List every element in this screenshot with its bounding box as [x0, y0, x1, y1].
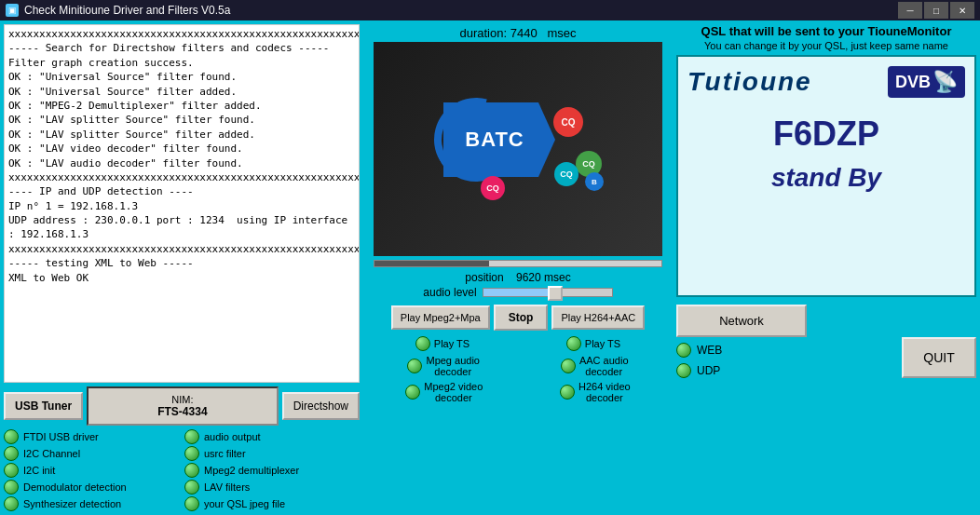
- decoder-row-2: Mpeg2 videodecoder H264 videodecoder: [367, 381, 669, 403]
- ts-label-2: Play TS: [585, 338, 620, 349]
- tutioune-text: Tutioune: [687, 67, 812, 97]
- directshow-button[interactable]: Directshow: [282, 392, 360, 420]
- status-item: LAV filters: [184, 480, 360, 495]
- aac-audio-label: AAC audiodecoder: [579, 355, 629, 377]
- decoder-item-aac-audio: AAC audiodecoder: [561, 355, 629, 377]
- status-label: I2C Channel: [23, 448, 80, 459]
- udp-row: UDP: [676, 363, 807, 378]
- status-led: [4, 429, 19, 444]
- b-badge: B: [585, 172, 604, 191]
- network-button[interactable]: Network: [676, 305, 807, 337]
- log-line: OK : "MPEG-2 Demultiplexer" filter added…: [8, 99, 355, 113]
- status-label: Synthesizer detection: [23, 498, 121, 509]
- usb-tuner-button[interactable]: USB Tuner: [4, 392, 83, 420]
- aac-audio-led: [561, 359, 576, 373]
- minimize-button[interactable]: ─: [898, 2, 922, 19]
- status-col-2: audio outputusrc filterMpeg2 demultiplex…: [184, 429, 360, 511]
- play-mpeg2-button[interactable]: Play Mpeg2+Mpa: [391, 305, 490, 330]
- decoder-item-h264-video: H264 videodecoder: [560, 381, 631, 403]
- udp-label: UDP: [697, 364, 720, 377]
- seek-fill: [374, 261, 489, 266]
- status-led: [184, 446, 199, 461]
- log-line: XML to Web OK: [8, 271, 355, 285]
- log-line: IP n° 1 = 192.168.1.3: [8, 199, 355, 213]
- log-line: Filter graph creation success.: [8, 56, 355, 70]
- mpeg-video-label: Mpeg2 videodecoder: [424, 381, 483, 403]
- web-label: WEB: [697, 344, 722, 357]
- center-panel: duration: 7440 msec BATC CQ: [363, 20, 673, 515]
- callsign: F6DZP: [773, 115, 879, 154]
- status-item: Demodulator detection: [4, 480, 179, 495]
- qsl-header: QSL that will be sent to your TiouneMoni…: [676, 24, 976, 38]
- batc-shape: BATC: [443, 102, 555, 177]
- standby-text: stand By: [771, 163, 881, 193]
- decoder-item-mpeg-audio: Mpeg audiodecoder: [407, 355, 480, 377]
- window-title: Check Minitioune Driver and Filters V0.5…: [24, 4, 230, 17]
- decoder-item-mpeg-video: Mpeg2 videodecoder: [405, 381, 483, 403]
- ts-item-1: Play TS: [415, 336, 470, 351]
- audio-slider-thumb[interactable]: [548, 286, 563, 301]
- video-area: BATC CQ CQ CQ B CQ: [374, 42, 662, 256]
- web-led: [676, 343, 691, 358]
- audio-level-row: audio level: [367, 286, 669, 299]
- status-item: audio output: [184, 429, 360, 444]
- log-line: OK : "LAV video decoder" filter found.: [8, 142, 355, 156]
- playback-row: Play Mpeg2+Mpa Stop Play H264+AAC: [367, 305, 669, 331]
- status-item: Mpeg2 demultiplexer: [184, 463, 360, 478]
- duration-bar: duration: 7440 msec: [367, 24, 669, 42]
- duration-value: 7440: [510, 26, 538, 40]
- app-icon: ▣: [6, 4, 19, 17]
- ts-label-1: Play TS: [434, 338, 470, 349]
- log-area[interactable]: xxxxxxxxxxxxxxxxxxxxxxxxxxxxxxxxxxxxxxxx…: [4, 24, 360, 383]
- log-line: OK : "LAV audio decoder" filter found.: [8, 156, 355, 170]
- dvb-label: DVB: [895, 73, 931, 92]
- bottom-controls: USB Tuner NIM: FTS-4334 Directshow: [4, 383, 360, 426]
- position-bar: position 9620 msec: [367, 271, 669, 284]
- status-label: I2C init: [23, 465, 55, 476]
- qsl-card-header: Tutioune DVB 📡: [687, 66, 965, 98]
- status-item: your QSL jpeg file: [184, 496, 360, 511]
- qsl-subtext: You can change it by your QSL, just keep…: [676, 40, 976, 51]
- play-h264-button[interactable]: Play H264+AAC: [551, 305, 645, 330]
- seek-bar[interactable]: [374, 260, 662, 267]
- status-item: I2C Channel: [4, 446, 179, 461]
- status-label: Mpeg2 demultiplexer: [204, 465, 299, 476]
- nim-label: NIM:: [98, 394, 267, 405]
- position-value: 9620 msec: [516, 271, 571, 284]
- quit-button[interactable]: QUIT: [902, 337, 976, 378]
- position-label: position: [465, 271, 503, 284]
- web-row: WEB: [676, 343, 807, 358]
- log-line: OK : "Universal Source" filter found.: [8, 70, 355, 84]
- status-led: [184, 429, 199, 444]
- status-led: [4, 446, 19, 461]
- ts-row: Play TS Play TS: [367, 336, 669, 351]
- dvb-badge: DVB 📡: [888, 66, 965, 98]
- h264-video-led: [560, 385, 575, 400]
- status-label: LAV filters: [204, 481, 250, 493]
- cq-badge-pink: CQ: [481, 176, 505, 200]
- audio-slider[interactable]: [483, 288, 613, 297]
- log-line: OK : "LAV splitter Source" filter added.: [8, 128, 355, 142]
- maximize-button[interactable]: □: [924, 2, 948, 19]
- log-line: ---- IP and UDP detection ----: [8, 184, 355, 198]
- log-line: OK : "LAV splitter Source" filter found.: [8, 113, 355, 127]
- status-label: Demodulator detection: [23, 481, 127, 493]
- status-item: I2C init: [4, 463, 179, 478]
- stop-button[interactable]: Stop: [494, 305, 549, 331]
- status-led: [4, 496, 19, 511]
- duration-label: duration:: [459, 26, 507, 40]
- status-led: [4, 480, 19, 495]
- status-label: FTDI USB driver: [23, 431, 99, 442]
- log-line: xxxxxxxxxxxxxxxxxxxxxxxxxxxxxxxxxxxxxxxx…: [8, 242, 355, 256]
- log-line: OK : "Universal Source" filter added.: [8, 85, 355, 99]
- left-panel: xxxxxxxxxxxxxxxxxxxxxxxxxxxxxxxxxxxxxxxx…: [0, 20, 363, 515]
- batc-text: BATC: [465, 128, 524, 152]
- video-placeholder: BATC CQ CQ CQ B CQ: [374, 42, 662, 256]
- close-button[interactable]: ✕: [950, 2, 974, 19]
- cq-badge-red: CQ: [553, 107, 583, 137]
- log-line: ----- testing XML to Web -----: [8, 256, 355, 270]
- audio-level-label: audio level: [423, 286, 476, 299]
- mpeg-audio-label: Mpeg audiodecoder: [426, 355, 480, 377]
- status-item: Synthesizer detection: [4, 496, 179, 511]
- right-panel: QSL that will be sent to your TiouneMoni…: [673, 20, 980, 515]
